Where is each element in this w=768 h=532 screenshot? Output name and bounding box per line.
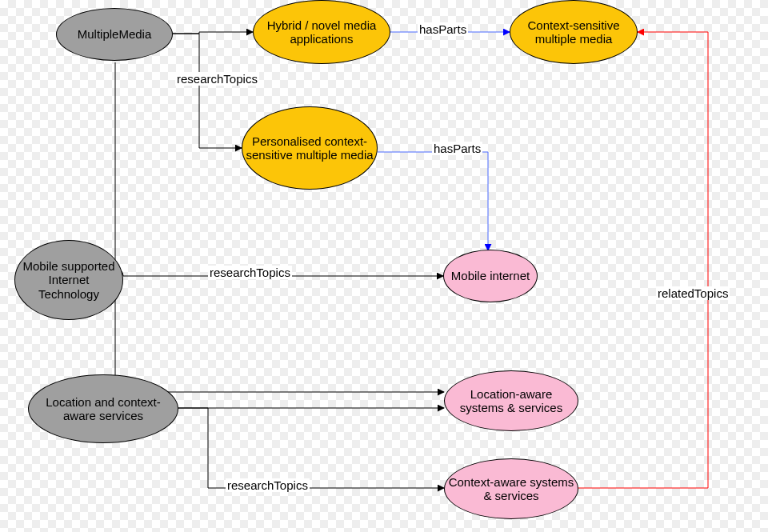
node-label: Personalised context-sensitive multiple …: [246, 134, 374, 162]
node-mobile-supported-internet-technology: Mobile supported Internet Technology: [14, 240, 123, 320]
node-label: Hybrid / novel media applications: [257, 18, 386, 46]
edge-label-research-topics: researchTopics: [175, 72, 259, 86]
node-mobile-internet: Mobile internet: [443, 250, 538, 302]
node-label: Mobile supported Internet Technology: [18, 259, 119, 301]
node-context-sensitive-multiple-media: Context-sensitive multiple media: [510, 0, 638, 64]
edge-label-related-topics: relatedTopics: [656, 286, 730, 300]
node-personalised-context-sensitive-multiple-media: Personalised context-sensitive multiple …: [242, 106, 378, 190]
node-label: Context-sensitive multiple media: [514, 18, 634, 46]
node-label: Location-aware systems & services: [448, 387, 574, 415]
node-label: Context-aware systems & services: [448, 475, 574, 503]
edge-label-has-parts: hasParts: [418, 22, 468, 36]
node-context-aware-systems-and-services: Context-aware systems & services: [444, 458, 578, 519]
node-label: Location and context-aware services: [32, 395, 174, 423]
edge-label-has-parts: hasParts: [432, 142, 482, 155]
node-label: Mobile internet: [451, 269, 530, 282]
edge-label-research-topics: researchTopics: [208, 266, 292, 279]
edge-label-research-topics: researchTopics: [226, 478, 310, 492]
node-hybrid-novel-media-applications: Hybrid / novel media applications: [253, 0, 390, 64]
diagram-canvas: MultipleMedia Hybrid / novel media appli…: [0, 0, 768, 532]
node-location-and-context-aware-services: Location and context-aware services: [28, 374, 178, 443]
node-multiple-media: MultipleMedia: [56, 8, 173, 61]
node-location-aware-systems-and-services: Location-aware systems & services: [444, 370, 578, 431]
node-label: MultipleMedia: [78, 27, 152, 41]
